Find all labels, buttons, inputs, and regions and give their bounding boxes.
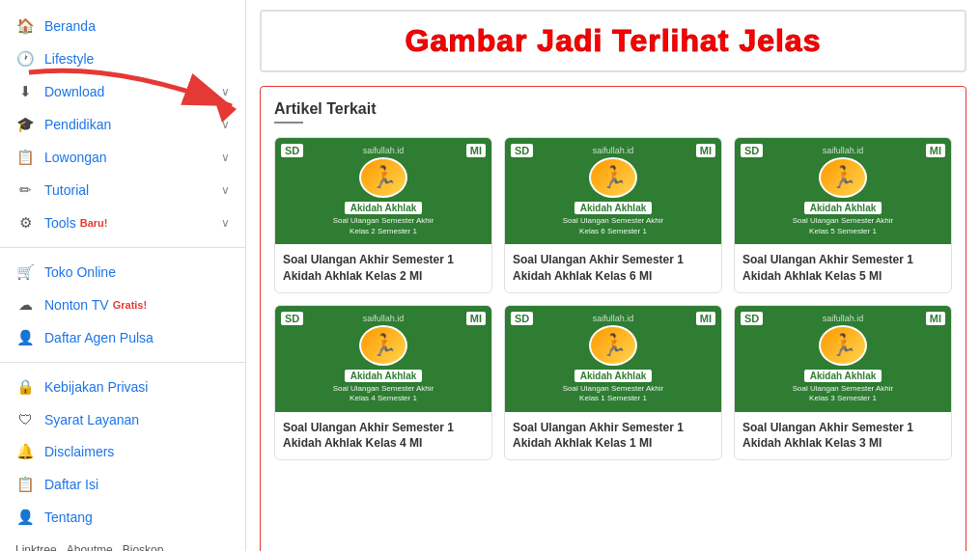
logo-circle: 🏃 [589,325,637,366]
logo-person: 🏃 [830,165,856,190]
linktree-link[interactable]: Linktree [15,543,57,551]
article-info: Soal Ulangan Akhir Semester 1 Akidah Akh… [505,412,721,460]
download-icon: ⬇ [15,83,35,100]
article-thumbnail: SD MI saifullah.id 🏃 Akidah Akhlak Soal … [735,306,951,412]
user-icon: 👤 [15,509,35,526]
articles-underline [274,122,303,124]
logo-circle: 🏃 [819,325,867,366]
article-card-kelas-1[interactable]: SD MI saifullah.id 🏃 Akidah Akhlak Soal … [504,305,722,461]
sidebar-item-lowongan[interactable]: 📋 Lowongan ∨ [0,141,245,174]
mi-badge: MI [696,144,715,157]
sidebar-item-label: Tutorial [44,182,89,198]
sidebar-item-nonton-tv[interactable]: ☁ Nonton TV Gratis! [0,289,245,321]
logo-person: 🏃 [371,333,397,358]
article-info: Soal Ulangan Akhir Semester 1 Akidah Akh… [275,244,491,292]
chevron-icon: ∨ [221,216,230,230]
pendidikan-icon: 🎓 [15,116,35,133]
sidebar-item-label: Daftar Isi [44,477,98,492]
thumb-inner: saifullah.id 🏃 Akidah Akhlak Soal Ulanga… [735,306,951,412]
lifestyle-icon: 🕐 [15,50,35,68]
sidebar-item-syarat[interactable]: 🛡 Syarat Layanan [0,403,245,435]
sidebar-item-label: Nonton TV [44,297,109,313]
thumb-subtitle-2: Kelas 4 Semester 1 [350,394,417,403]
mi-badge: MI [466,312,486,325]
article-card-kelas-3[interactable]: SD MI saifullah.id 🏃 Akidah Akhlak Soal … [734,305,952,461]
sidebar-item-label: Kebijakan Privasi [44,379,148,395]
sidebar-item-tentang[interactable]: 👤 Tentang [0,501,245,534]
sidebar-item-label: Lifestyle [44,51,94,67]
article-title: Soal Ulangan Akhir Semester 1 Akidah Akh… [513,252,714,285]
sidebar-item-download[interactable]: ⬇ Download ∨ [0,75,245,108]
thumb-inner: saifullah.id 🏃 Akidah Akhlak Soal Ulanga… [505,306,721,412]
thumb-subtitle-1: Soal Ulangan Semester Akhir [563,216,664,226]
thumb-inner: saifullah.id 🏃 Akidah Akhlak Soal Ulanga… [735,138,951,244]
sidebar-item-tutorial[interactable]: ✏ Tutorial ∨ [0,174,245,207]
article-title: Soal Ulangan Akhir Semester 1 Akidah Akh… [283,252,484,285]
logo-circle: 🏃 [359,157,407,198]
thumb-subtitle-1: Soal Ulangan Semester Akhir [333,216,434,226]
lock-icon: 🔒 [15,378,35,396]
sidebar-item-kebijakan[interactable]: 🔒 Kebijakan Privasi [0,371,245,403]
sidebar-item-daftar-isi[interactable]: 📋 Daftar Isi [0,468,245,501]
sidebar-item-label: Daftar Agen Pulsa [44,330,154,345]
sd-badge: SD [281,312,303,325]
sidebar-item-label: Beranda [44,18,96,34]
thumb-subtitle-2: Kelas 3 Semester 1 [809,394,877,403]
sidebar-item-label: Pendidikan [44,117,111,132]
article-info: Soal Ulangan Akhir Semester 1 Akidah Akh… [275,412,491,460]
main-content: Gambar Jadi Terlihat Jelas Artikel Terka… [246,0,980,551]
sidebar-item-tools[interactable]: ⚙ Tools Baru! ∨ [0,207,245,239]
article-card-kelas-2[interactable]: SD MI saifullah.id 🏃 Akidah Akhlak Soal … [274,137,492,293]
sidebar-item-label: Tentang [44,510,93,525]
shield-icon: 🛡 [15,411,35,427]
site-label: saifullah.id [363,314,405,323]
sd-badge: SD [281,144,303,157]
sidebar-item-pendidikan[interactable]: 🎓 Pendidikan ∨ [0,108,245,141]
sd-badge: SD [511,144,533,157]
list-icon: 📋 [15,476,35,493]
sidebar-item-toko-online[interactable]: 🛒 Toko Online [0,256,245,289]
akidah-label: Akidah Akhlak [574,202,653,214]
site-label: saifullah.id [823,314,864,323]
article-info: Soal Ulangan Akhir Semester 1 Akidah Akh… [735,244,951,292]
tutorial-icon: ✏ [15,181,35,199]
akidah-label: Akidah Akhlak [804,202,882,214]
akidah-label: Akidah Akhlak [345,202,423,214]
gratis-badge: Gratis! [113,299,147,311]
sidebar-item-label: Disclaimers [44,444,114,459]
sidebar-item-disclaimers[interactable]: 🔔 Disclaimers [0,435,245,468]
thumb-subtitle-2: Kelas 6 Semester 1 [579,227,647,236]
tools-icon: ⚙ [15,214,35,232]
sidebar-item-label: Syarat Layanan [44,412,139,427]
logo-person: 🏃 [830,333,856,358]
article-card-kelas-5[interactable]: SD MI saifullah.id 🏃 Akidah Akhlak Soal … [734,137,952,293]
banner: Gambar Jadi Terlihat Jelas [260,10,966,72]
sidebar-item-beranda[interactable]: 🏠 Beranda [0,10,245,42]
thumb-subtitle-1: Soal Ulangan Semester Akhir [333,384,434,394]
chevron-icon: ∨ [221,151,230,164]
site-label: saifullah.id [363,146,405,155]
article-thumbnail: SD MI saifullah.id 🏃 Akidah Akhlak Soal … [735,138,951,244]
sidebar-item-label: Tools [44,215,76,231]
aboutme-link[interactable]: Aboutme [67,543,113,551]
articles-section: Artikel Terkait SD MI saifullah.id 🏃 Aki… [260,86,966,551]
article-card-kelas-6[interactable]: SD MI saifullah.id 🏃 Akidah Akhlak Soal … [504,137,722,293]
sd-badge: SD [511,312,533,325]
bell-icon: 🔔 [15,443,35,460]
sidebar-item-daftar-agen[interactable]: 👤 Daftar Agen Pulsa [0,321,245,354]
logo-circle: 🏃 [359,325,407,366]
mi-badge: MI [926,312,945,325]
article-card-kelas-4[interactable]: SD MI saifullah.id 🏃 Akidah Akhlak Soal … [274,305,492,461]
sd-badge: SD [741,144,763,157]
tv-icon: ☁ [15,296,35,314]
sidebar-item-lifestyle[interactable]: 🕐 Lifestyle [0,42,245,75]
logo-circle: 🏃 [589,157,637,198]
sidebar-divider [0,247,245,248]
bioskop-link[interactable]: Bioskop [123,543,164,551]
banner-title: Gambar Jadi Terlihat Jelas [281,23,945,59]
article-thumbnail: SD MI saifullah.id 🏃 Akidah Akhlak Soal … [505,138,721,244]
articles-section-title: Artikel Terkait [274,100,952,118]
thumb-subtitle-1: Soal Ulangan Semester Akhir [793,384,894,394]
article-thumbnail: SD MI saifullah.id 🏃 Akidah Akhlak Soal … [275,306,491,412]
thumb-subtitle-2: Kelas 1 Semester 1 [579,394,647,403]
